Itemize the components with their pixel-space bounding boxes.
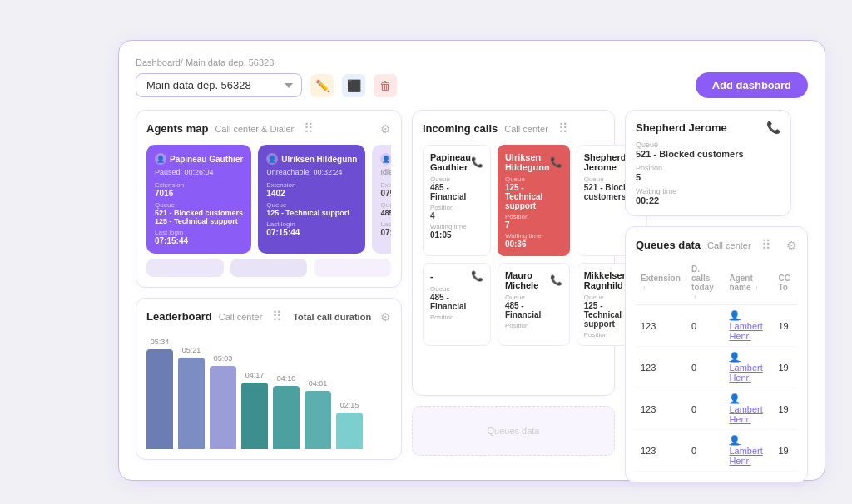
table-row: 123 0 👤 Lambert Henri 19 bbox=[636, 388, 797, 430]
shepherd-waiting-label: Waiting time bbox=[636, 187, 780, 195]
agent-link-3[interactable]: 👤 Lambert Henri bbox=[729, 393, 762, 424]
bar-1: 05:34 bbox=[146, 338, 173, 449]
call-card-dash: - 📞 Queue 485 - Financial Position bbox=[423, 263, 491, 346]
call-phone-icon-2: 📞 bbox=[550, 156, 562, 168]
agent-icon-shepherd: 👤 bbox=[380, 153, 391, 165]
agents-map-widget: Agents map Call center & Dialer ⠿ ⚙ 👤 Pa… bbox=[136, 110, 402, 288]
shepherd-phone-icon: 📞 bbox=[766, 121, 780, 134]
copy-button[interactable]: ⬛ bbox=[342, 74, 365, 97]
call-phone-icon-1: 📞 bbox=[471, 156, 483, 168]
agent-link-2[interactable]: 👤 Lambert Henri bbox=[729, 352, 762, 383]
call-phone-icon-4: 📞 bbox=[471, 270, 483, 282]
bar-2: 05:21 bbox=[178, 346, 205, 449]
col-d-calls: D. calls today ↑ bbox=[686, 261, 724, 305]
add-dashboard-button[interactable]: Add dashboard bbox=[696, 72, 808, 98]
agent-link-4[interactable]: 👤 Lambert Henri bbox=[729, 435, 762, 466]
agent-card-ulriksen: 👤 Ulriksen Hildegunn Unreachable: 00:32:… bbox=[258, 145, 365, 254]
agent-status-shepherd: Idle: 00:03:58 bbox=[380, 168, 391, 176]
leaderboard-gear[interactable]: ⚙ bbox=[380, 310, 391, 324]
call-rows: Papineau Gauthier 📞 Queue 485 - Financia… bbox=[423, 145, 604, 346]
col-cc: CC To bbox=[773, 261, 797, 305]
queues-subtitle: Call center bbox=[707, 240, 751, 250]
agent-name-papineau: Papineau Gauthier bbox=[170, 155, 243, 164]
leaderboard-drag[interactable]: ⠿ bbox=[272, 309, 284, 324]
queues-data-widget: Queues data Call center ⠿ ⚙ Extension ↑ … bbox=[625, 226, 808, 482]
table-row: 123 0 👤 Lambert Henri 19 bbox=[636, 430, 797, 472]
shepherd-queue-label: Queue bbox=[636, 141, 780, 149]
agent-link-1[interactable]: 👤 Lambert Henri bbox=[729, 310, 762, 341]
agent-status-papineau: Paused: 00:26:04 bbox=[155, 168, 243, 176]
delete-button[interactable]: 🗑 bbox=[374, 74, 397, 97]
agent-icon-papineau: 👤 bbox=[155, 153, 166, 165]
incoming-calls-title: Incoming calls bbox=[423, 122, 498, 135]
shepherd-name: Shepherd Jerome bbox=[636, 121, 727, 134]
dashboard-select[interactable]: Main data dep. 56328Dashboard 2 bbox=[136, 73, 302, 97]
agents-map-subtitle: Call center & Dialer bbox=[215, 124, 294, 134]
dashboard-header: Main data dep. 56328Dashboard 2 ✏️ ⬛ 🗑 A… bbox=[136, 72, 808, 98]
agents-scroll: 👤 Papineau Gauthier Paused: 00:26:04 Ext… bbox=[146, 145, 391, 254]
call-card-mauro: Mauro Michele 📞 Queue 485 - Financial Po… bbox=[498, 263, 570, 346]
shepherd-waiting: 00:22 bbox=[636, 195, 780, 205]
bar-4: 04:17 bbox=[241, 371, 268, 449]
shepherd-position-label: Position bbox=[636, 164, 780, 172]
edit-button[interactable]: ✏️ bbox=[310, 74, 334, 97]
agent-name-ulriksen: Ulriksen Hildegunn bbox=[281, 155, 357, 164]
call-phone-icon-5: 📞 bbox=[550, 274, 562, 286]
bar-chart: 05:34 05:21 05:03 04:17 bbox=[146, 333, 391, 449]
incoming-calls-drag[interactable]: ⠿ bbox=[558, 121, 570, 136]
incoming-calls-widget: Incoming calls Call center ⠿ Papineau Ga… bbox=[412, 110, 615, 396]
queues-table: Extension ↑ D. calls today ↑ Agent name … bbox=[636, 261, 797, 472]
leaderboard-subtitle: Call center bbox=[219, 312, 263, 322]
queues-gear[interactable]: ⚙ bbox=[786, 239, 797, 252]
bar-3: 05:03 bbox=[210, 354, 236, 449]
table-row: 123 0 👤 Lambert Henri 19 bbox=[636, 347, 797, 388]
shepherd-position: 5 bbox=[636, 172, 780, 182]
agents-map-title: Agents map bbox=[146, 122, 208, 135]
dashboard-card: Dashboard/ Main data dep. 56328 Main dat… bbox=[118, 40, 825, 481]
agent-icon-ulriksen: 👤 bbox=[266, 153, 278, 165]
bar-5: 04:10 bbox=[273, 374, 300, 449]
col-agent-name: Agent name ↑ bbox=[724, 261, 773, 305]
leaderboard-widget: Leaderboard Call center ⠿ Total call dur… bbox=[136, 298, 402, 460]
queues-title: Queues data bbox=[636, 239, 701, 251]
agent-card-shepherd: 👤 Shepherd Jerome Idle: 00:03:58 Extensi… bbox=[372, 145, 391, 254]
table-row: 123 0 👤 Lambert Henri 19 bbox=[636, 305, 797, 347]
shepherd-panel: Shepherd Jerome 📞 Queue 521 - Blocked cu… bbox=[625, 110, 791, 216]
bar-7: 02:15 bbox=[336, 401, 363, 449]
agents-map-gear[interactable]: ⚙ bbox=[380, 122, 391, 136]
breadcrumb: Dashboard/ Main data dep. 56328 bbox=[136, 57, 808, 67]
queues-data-ghost: Queues data bbox=[412, 406, 615, 456]
call-card-papineau: Papineau Gauthier 📞 Queue 485 - Financia… bbox=[423, 145, 491, 256]
call-card-ulriksen: Ulriksen Hildegunn 📞 Queue 125 - Technic… bbox=[498, 145, 570, 256]
queues-drag[interactable]: ⠿ bbox=[761, 237, 773, 253]
bar-6: 04:01 bbox=[305, 379, 331, 449]
agents-map-drag[interactable]: ⠿ bbox=[304, 121, 315, 136]
leaderboard-title: Leaderboard bbox=[146, 310, 212, 323]
leaderboard-right-title: Total call duration bbox=[293, 312, 371, 322]
agents-ghost-row bbox=[146, 259, 391, 277]
incoming-calls-subtitle: Call center bbox=[504, 124, 548, 134]
shepherd-queue: 521 - Blocked customers bbox=[636, 149, 780, 159]
agent-card-papineau: 👤 Papineau Gauthier Paused: 00:26:04 Ext… bbox=[146, 145, 251, 254]
col-extension: Extension ↑ bbox=[636, 261, 686, 305]
agent-status-ulriksen: Unreachable: 00:32:24 bbox=[266, 168, 357, 176]
